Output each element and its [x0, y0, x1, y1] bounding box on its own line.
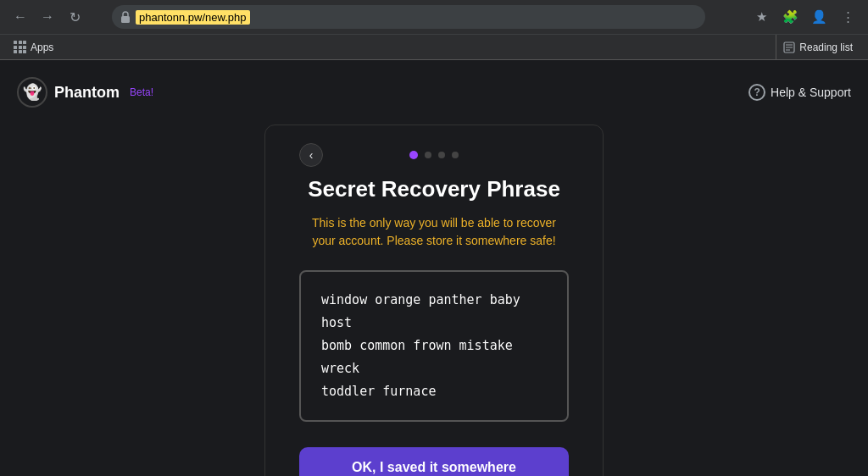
top-bar: 👻 Phantom Beta! ? Help & Support	[17, 77, 851, 108]
dot-4	[452, 152, 459, 158]
reading-list-label: Reading list	[799, 42, 853, 53]
forward-button[interactable]: →	[36, 5, 59, 29]
phantom-name: Phantom	[54, 84, 120, 102]
dot-3	[438, 152, 445, 158]
phrase-box: window orange panther baby hostbomb comm…	[299, 270, 569, 422]
phantom-icon: 👻	[17, 77, 47, 108]
apps-button[interactable]: Apps	[8, 38, 58, 56]
browser-chrome: ← → ↻ phantonn.pw/new.php ★ 🧩 👤 ⋮	[0, 0, 868, 60]
phantom-logo: 👻 Phantom Beta!	[17, 77, 153, 108]
bookmark-button[interactable]: ★	[749, 5, 773, 29]
address-bar[interactable]: phantonn.pw/new.php	[112, 5, 705, 29]
dot-1	[409, 151, 418, 159]
bookmarks-bar: Apps Reading list	[0, 34, 868, 59]
ok-saved-button[interactable]: OK, I saved it somewhere	[299, 447, 569, 476]
reading-list-button[interactable]: Reading list	[776, 35, 860, 59]
help-support-label: Help & Support	[771, 86, 851, 99]
lock-icon	[120, 11, 131, 23]
dot-2	[425, 152, 431, 158]
card-title: Secret Recovery Phrase	[308, 176, 560, 202]
recovery-phrase-card: ‹ Secret Recovery Phrase This is the onl…	[264, 125, 604, 476]
phantom-ghost-icon: 👻	[23, 83, 42, 102]
url-text: phantonn.pw/new.php	[136, 10, 250, 25]
apps-grid-icon	[14, 41, 26, 53]
svg-rect-0	[121, 16, 130, 23]
phrase-words: window orange panther baby hostbomb comm…	[321, 289, 547, 403]
back-button[interactable]: ←	[8, 5, 32, 29]
card-subtitle: This is the only way you will be able to…	[299, 214, 569, 250]
browser-toolbar: ← → ↻ phantonn.pw/new.php ★ 🧩 👤 ⋮	[0, 0, 868, 34]
profile-button[interactable]: 👤	[807, 5, 831, 29]
reload-button[interactable]: ↻	[63, 5, 86, 29]
apps-label: Apps	[31, 42, 53, 53]
help-icon: ?	[748, 84, 765, 101]
progress-dots	[409, 151, 459, 159]
phantom-beta-badge: Beta!	[130, 86, 153, 98]
extensions-button[interactable]: 🧩	[778, 5, 802, 29]
menu-button[interactable]: ⋮	[836, 5, 860, 29]
nav-buttons: ← → ↻	[8, 5, 86, 29]
card-back-button[interactable]: ‹	[299, 143, 323, 167]
page-content: 👻 Phantom Beta! ? Help & Support ‹ Secre…	[0, 60, 868, 476]
toolbar-right: ★ 🧩 👤 ⋮	[749, 5, 860, 29]
card-nav: ‹	[299, 151, 569, 159]
help-support-button[interactable]: ? Help & Support	[748, 84, 851, 101]
